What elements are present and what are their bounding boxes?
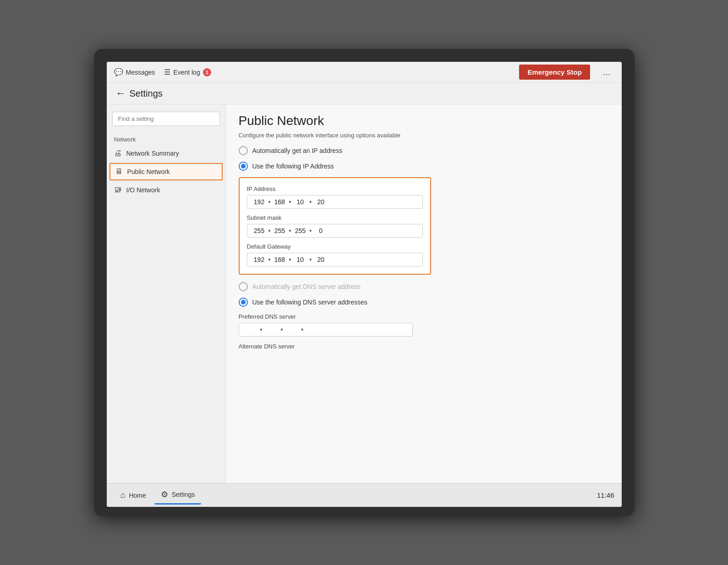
top-bar-left: 💬 Messages ☰ Event log 1	[114, 68, 510, 76]
auto-dns-radio-group[interactable]: Automatically get DNS server address	[239, 282, 609, 291]
home-icon: ⌂	[120, 490, 126, 500]
public-network-label: Public Network	[127, 168, 170, 175]
settings-label: Settings	[172, 491, 195, 498]
sidebar-item-io-network[interactable]: 🖳 I/O Network	[107, 181, 225, 199]
sidebar-item-public-network[interactable]: 🖥 Public Network	[109, 163, 223, 180]
device-frame: 💬 Messages ☰ Event log 1 Emergency Stop …	[94, 49, 635, 516]
content-area: Public Network Configure the public netw…	[226, 104, 622, 483]
subnet-mask-input[interactable]: 255 • 255 • 255 • 0	[247, 224, 423, 238]
sidebar: Network 🖨 Network Summary 🖥 Public Netwo…	[107, 104, 226, 483]
eventlog-label: Event log	[173, 69, 200, 76]
network-summary-icon: 🖨	[114, 149, 122, 158]
header: ← Settings	[107, 83, 622, 104]
header-title: Settings	[130, 88, 163, 99]
ip-o3: 10	[293, 198, 307, 206]
sidebar-section-network: Network	[107, 133, 225, 145]
default-gateway-label: Default Gateway	[247, 243, 423, 250]
ip-address-input[interactable]: 192 • 168 • 10 • 20	[247, 195, 423, 209]
use-dns-radio[interactable]	[239, 298, 248, 307]
back-button[interactable]: ← Settings	[116, 87, 163, 99]
use-dns-radio-group[interactable]: Use the following DNS server addresses	[239, 298, 609, 307]
ip-o4: 20	[313, 198, 328, 206]
page-description: Configure the public network interface u…	[239, 132, 609, 139]
eventlog-icon: ☰	[164, 68, 170, 76]
sidebar-item-network-summary[interactable]: 🖨 Network Summary	[107, 145, 225, 162]
taskbar-settings[interactable]: ⚙ Settings	[154, 486, 202, 505]
auto-ip-radio-group[interactable]: Automatically get an IP address	[239, 146, 609, 155]
subnet-o3: 255	[293, 227, 307, 234]
screen: 💬 Messages ☰ Event log 1 Emergency Stop …	[107, 62, 622, 507]
emergency-stop-button[interactable]: Emergency Stop	[519, 65, 590, 80]
page-title: Public Network	[239, 114, 609, 128]
subnet-o2: 255	[272, 227, 287, 234]
gw-o2: 168	[272, 256, 287, 263]
gw-o4: 20	[313, 256, 328, 263]
subnet-mask-label: Subnet mask	[247, 214, 423, 221]
messages-icon: 💬	[114, 68, 123, 76]
ip-o2: 168	[272, 198, 287, 206]
preferred-dns-label: Preferred DNS server	[239, 313, 609, 320]
home-label: Home	[129, 492, 146, 499]
public-network-icon: 🖥	[115, 167, 123, 176]
network-summary-label: Network Summary	[126, 150, 179, 157]
eventlog-badge: 1	[203, 68, 211, 76]
use-dns-label: Use the following DNS server addresses	[252, 299, 367, 306]
io-network-label: I/O Network	[126, 186, 160, 194]
use-dns-radio-dot	[241, 300, 246, 304]
taskbar-time: 11:46	[597, 491, 614, 499]
search-input[interactable]	[112, 112, 220, 126]
use-ip-label: Use the following IP Address	[252, 163, 334, 170]
messages-item[interactable]: 💬 Messages	[114, 68, 155, 76]
io-network-icon: 🖳	[114, 185, 122, 195]
ip-config-box: IP Address 192 • 168 • 10 • 20 Subnet ma…	[239, 177, 431, 275]
taskbar: ⌂ Home ⚙ Settings 11:46	[107, 483, 622, 507]
auto-ip-radio[interactable]	[239, 146, 248, 155]
eventlog-item[interactable]: ☰ Event log 1	[164, 68, 211, 76]
alternate-dns-label: Alternate DNS server	[239, 343, 609, 350]
ip-address-label: IP Address	[247, 185, 423, 192]
default-gateway-input[interactable]: 192 • 168 • 10 • 20	[247, 253, 423, 266]
use-ip-radio[interactable]	[239, 162, 248, 171]
gw-o3: 10	[293, 256, 307, 263]
auto-dns-label: Automatically get DNS server address	[252, 283, 361, 290]
taskbar-home[interactable]: ⌂ Home	[114, 487, 153, 504]
gw-o1: 192	[252, 256, 267, 263]
messages-label: Messages	[126, 69, 155, 76]
top-bar: 💬 Messages ☰ Event log 1 Emergency Stop …	[107, 62, 622, 83]
auto-ip-label: Automatically get an IP address	[252, 147, 343, 154]
subnet-o1: 255	[252, 227, 267, 234]
subnet-o4: 0	[313, 227, 328, 234]
use-ip-radio-dot	[241, 164, 246, 168]
auto-dns-radio[interactable]	[239, 282, 248, 291]
preferred-dns-input[interactable]: • • •	[239, 323, 413, 337]
more-button[interactable]: ...	[599, 65, 614, 79]
settings-icon: ⚙	[161, 489, 168, 500]
main-content: Network 🖨 Network Summary 🖥 Public Netwo…	[107, 104, 622, 483]
use-ip-radio-group[interactable]: Use the following IP Address	[239, 162, 609, 171]
back-arrow-icon: ←	[116, 87, 126, 99]
ip-o1: 192	[252, 198, 267, 206]
